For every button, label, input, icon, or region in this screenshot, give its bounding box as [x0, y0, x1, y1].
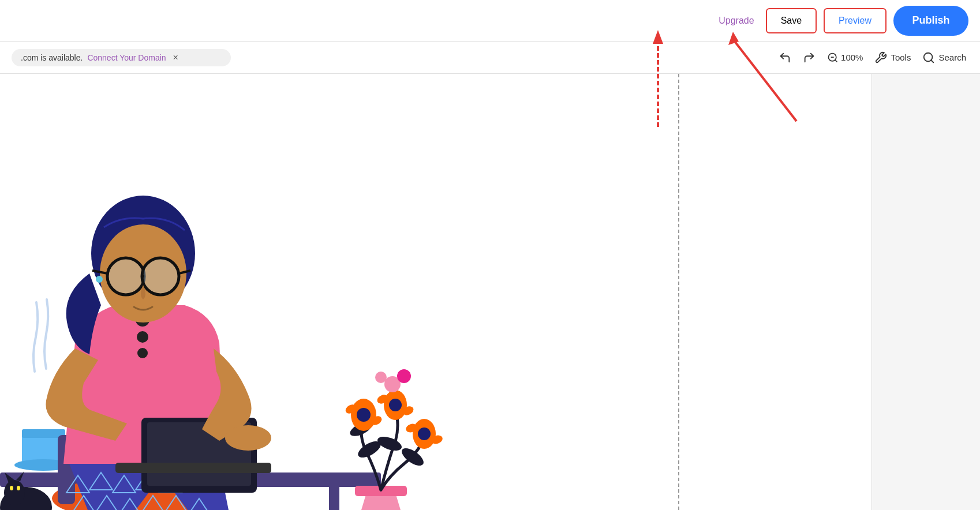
zoom-control[interactable]: 100% — [827, 52, 863, 63]
svg-rect-6 — [22, 429, 65, 438]
svg-point-33 — [137, 348, 148, 358]
publish-button[interactable]: Publish — [893, 6, 968, 36]
search-label: Search — [938, 52, 966, 62]
svg-point-49 — [376, 434, 403, 453]
svg-point-57 — [389, 399, 402, 411]
svg-point-61 — [418, 427, 431, 440]
svg-point-53 — [357, 408, 371, 422]
svg-point-41 — [142, 258, 179, 295]
canvas-area[interactable] — [0, 74, 980, 510]
zoom-out-icon — [827, 52, 839, 63]
preview-button[interactable]: Preview — [824, 8, 887, 33]
upgrade-link[interactable]: Upgrade — [719, 16, 754, 26]
redo-icon — [803, 51, 816, 64]
connect-domain-link[interactable]: Connect Your Domain — [87, 53, 166, 62]
search-icon — [922, 51, 935, 64]
zoom-value: 100% — [841, 52, 863, 62]
dashed-divider — [678, 74, 679, 510]
toolbar-right: 100% Tools Search — [765, 51, 980, 64]
toolbar: .com is available. Connect Your Domain × — [0, 42, 980, 74]
flowers-illustration — [335, 360, 462, 510]
svg-line-4 — [932, 60, 934, 62]
svg-point-26 — [4, 480, 25, 505]
domain-text: .com is available. — [21, 53, 83, 62]
svg-point-30 — [17, 486, 20, 490]
toolbar-left: .com is available. Connect Your Domain × — [0, 49, 765, 66]
svg-point-46 — [96, 276, 103, 283]
svg-point-37 — [225, 425, 271, 451]
tools-icon — [874, 51, 887, 64]
svg-point-65 — [397, 369, 411, 383]
save-button[interactable]: Save — [766, 8, 817, 33]
svg-point-29 — [10, 486, 13, 490]
undo-icon — [779, 51, 791, 64]
close-domain-button[interactable]: × — [173, 52, 178, 63]
right-panel — [871, 74, 980, 510]
redo-button[interactable] — [803, 51, 816, 64]
header: Upgrade Save Preview Publish — [0, 0, 980, 42]
undo-button[interactable] — [779, 51, 791, 64]
tools-button[interactable]: Tools — [874, 51, 911, 64]
svg-point-66 — [375, 372, 387, 383]
svg-line-2 — [835, 59, 837, 62]
tools-label: Tools — [891, 52, 911, 62]
svg-point-32 — [137, 331, 148, 343]
canvas-page — [0, 74, 871, 510]
flowers-svg — [335, 360, 462, 510]
svg-point-40 — [107, 258, 144, 295]
search-button[interactable]: Search — [922, 51, 966, 64]
svg-rect-36 — [115, 463, 271, 473]
domain-bar: .com is available. Connect Your Domain × — [12, 49, 231, 66]
